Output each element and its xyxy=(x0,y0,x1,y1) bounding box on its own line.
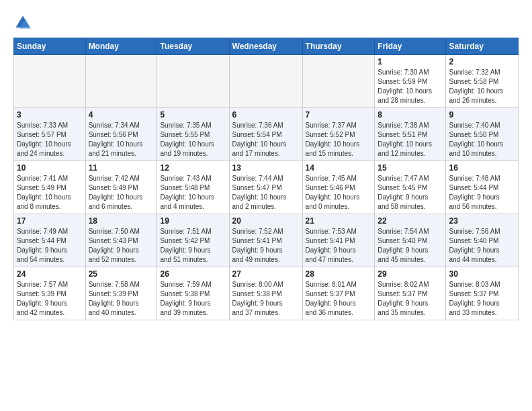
calendar-cell: 1Sunrise: 7:30 AM Sunset: 5:59 PM Daylig… xyxy=(375,55,446,108)
calendar: SundayMondayTuesdayWednesdayThursdayFrid… xyxy=(13,38,519,320)
day-info: Sunrise: 7:44 AM Sunset: 5:47 PM Dayligh… xyxy=(232,174,300,212)
day-info: Sunrise: 7:35 AM Sunset: 5:55 PM Dayligh… xyxy=(160,121,226,158)
weekday-header-sunday: Sunday xyxy=(14,38,86,55)
weekday-header-thursday: Thursday xyxy=(302,38,375,55)
day-info: Sunrise: 7:37 AM Sunset: 5:52 PM Dayligh… xyxy=(306,121,372,158)
calendar-cell: 13Sunrise: 7:44 AM Sunset: 5:47 PM Dayli… xyxy=(229,161,302,214)
day-number: 14 xyxy=(306,163,372,173)
day-info: Sunrise: 7:38 AM Sunset: 5:51 PM Dayligh… xyxy=(378,121,443,158)
day-number: 8 xyxy=(378,110,443,120)
calendar-cell: 18Sunrise: 7:50 AM Sunset: 5:43 PM Dayli… xyxy=(85,214,157,267)
calendar-cell: 10Sunrise: 7:41 AM Sunset: 5:49 PM Dayli… xyxy=(14,161,86,214)
calendar-cell: 25Sunrise: 7:58 AM Sunset: 5:39 PM Dayli… xyxy=(85,267,157,320)
day-number: 17 xyxy=(17,216,83,226)
calendar-cell: 8Sunrise: 7:38 AM Sunset: 5:51 PM Daylig… xyxy=(375,108,446,161)
day-info: Sunrise: 7:45 AM Sunset: 5:46 PM Dayligh… xyxy=(306,174,372,212)
day-info: Sunrise: 7:59 AM Sunset: 5:38 PM Dayligh… xyxy=(160,280,226,318)
day-number: 1 xyxy=(378,57,443,66)
calendar-cell: 19Sunrise: 7:51 AM Sunset: 5:42 PM Dayli… xyxy=(157,214,229,267)
day-info: Sunrise: 7:34 AM Sunset: 5:56 PM Dayligh… xyxy=(89,121,154,158)
week-row-1: 1Sunrise: 7:30 AM Sunset: 5:59 PM Daylig… xyxy=(14,55,519,108)
week-row-4: 17Sunrise: 7:49 AM Sunset: 5:44 PM Dayli… xyxy=(14,214,519,267)
day-number: 5 xyxy=(160,110,226,120)
logo xyxy=(13,13,35,32)
calendar-cell: 3Sunrise: 7:33 AM Sunset: 5:57 PM Daylig… xyxy=(14,108,86,161)
page: SundayMondayTuesdayWednesdayThursdayFrid… xyxy=(0,0,532,327)
calendar-cell: 28Sunrise: 8:01 AM Sunset: 5:37 PM Dayli… xyxy=(302,267,375,320)
day-number: 26 xyxy=(160,269,226,279)
day-info: Sunrise: 7:50 AM Sunset: 5:43 PM Dayligh… xyxy=(89,227,154,265)
day-info: Sunrise: 8:01 AM Sunset: 5:37 PM Dayligh… xyxy=(306,280,372,318)
day-info: Sunrise: 7:48 AM Sunset: 5:44 PM Dayligh… xyxy=(449,174,515,212)
day-number: 3 xyxy=(17,110,83,120)
day-number: 10 xyxy=(17,163,83,173)
day-info: Sunrise: 7:32 AM Sunset: 5:58 PM Dayligh… xyxy=(449,68,515,105)
day-info: Sunrise: 7:51 AM Sunset: 5:42 PM Dayligh… xyxy=(160,227,226,265)
calendar-cell: 16Sunrise: 7:48 AM Sunset: 5:44 PM Dayli… xyxy=(446,161,519,214)
day-number: 15 xyxy=(378,163,443,173)
weekday-header-row: SundayMondayTuesdayWednesdayThursdayFrid… xyxy=(14,38,519,55)
day-number: 22 xyxy=(378,216,443,226)
calendar-cell: 4Sunrise: 7:34 AM Sunset: 5:56 PM Daylig… xyxy=(85,108,157,161)
day-number: 2 xyxy=(449,57,515,66)
calendar-cell xyxy=(229,55,302,108)
day-number: 4 xyxy=(89,110,154,120)
day-number: 28 xyxy=(306,269,372,279)
day-number: 11 xyxy=(89,163,154,173)
calendar-cell xyxy=(302,55,375,108)
day-number: 12 xyxy=(160,163,226,173)
day-number: 6 xyxy=(232,110,300,120)
calendar-cell: 6Sunrise: 7:36 AM Sunset: 5:54 PM Daylig… xyxy=(229,108,302,161)
day-number: 25 xyxy=(89,269,154,279)
logo-icon xyxy=(13,13,32,32)
day-number: 27 xyxy=(232,269,300,279)
weekday-header-tuesday: Tuesday xyxy=(157,38,229,55)
day-number: 13 xyxy=(232,163,300,173)
calendar-cell: 17Sunrise: 7:49 AM Sunset: 5:44 PM Dayli… xyxy=(14,214,86,267)
day-number: 9 xyxy=(449,110,515,120)
calendar-cell: 21Sunrise: 7:53 AM Sunset: 5:41 PM Dayli… xyxy=(302,214,375,267)
day-info: Sunrise: 7:52 AM Sunset: 5:41 PM Dayligh… xyxy=(232,227,300,265)
calendar-cell: 24Sunrise: 7:57 AM Sunset: 5:39 PM Dayli… xyxy=(14,267,86,320)
day-info: Sunrise: 7:53 AM Sunset: 5:41 PM Dayligh… xyxy=(306,227,372,265)
calendar-cell xyxy=(14,55,86,108)
weekday-header-monday: Monday xyxy=(85,38,157,55)
day-info: Sunrise: 7:57 AM Sunset: 5:39 PM Dayligh… xyxy=(17,280,83,318)
calendar-cell: 2Sunrise: 7:32 AM Sunset: 5:58 PM Daylig… xyxy=(446,55,519,108)
week-row-5: 24Sunrise: 7:57 AM Sunset: 5:39 PM Dayli… xyxy=(14,267,519,320)
calendar-cell: 15Sunrise: 7:47 AM Sunset: 5:45 PM Dayli… xyxy=(375,161,446,214)
calendar-cell: 12Sunrise: 7:43 AM Sunset: 5:48 PM Dayli… xyxy=(157,161,229,214)
day-info: Sunrise: 7:41 AM Sunset: 5:49 PM Dayligh… xyxy=(17,174,83,212)
day-info: Sunrise: 7:54 AM Sunset: 5:40 PM Dayligh… xyxy=(378,227,443,265)
day-info: Sunrise: 8:00 AM Sunset: 5:38 PM Dayligh… xyxy=(232,280,300,318)
calendar-cell: 5Sunrise: 7:35 AM Sunset: 5:55 PM Daylig… xyxy=(157,108,229,161)
day-number: 19 xyxy=(160,216,226,226)
day-number: 18 xyxy=(89,216,154,226)
day-info: Sunrise: 8:02 AM Sunset: 5:37 PM Dayligh… xyxy=(378,280,443,318)
calendar-cell: 27Sunrise: 8:00 AM Sunset: 5:38 PM Dayli… xyxy=(229,267,302,320)
day-number: 7 xyxy=(306,110,372,120)
day-number: 20 xyxy=(232,216,300,226)
calendar-cell: 11Sunrise: 7:42 AM Sunset: 5:49 PM Dayli… xyxy=(85,161,157,214)
day-number: 24 xyxy=(17,269,83,279)
weekday-header-saturday: Saturday xyxy=(446,38,519,55)
day-number: 30 xyxy=(449,269,515,279)
day-info: Sunrise: 7:43 AM Sunset: 5:48 PM Dayligh… xyxy=(160,174,226,212)
calendar-cell: 14Sunrise: 7:45 AM Sunset: 5:46 PM Dayli… xyxy=(302,161,375,214)
day-number: 16 xyxy=(449,163,515,173)
weekday-header-friday: Friday xyxy=(375,38,446,55)
week-row-2: 3Sunrise: 7:33 AM Sunset: 5:57 PM Daylig… xyxy=(14,108,519,161)
day-number: 29 xyxy=(378,269,443,279)
weekday-header-wednesday: Wednesday xyxy=(229,38,302,55)
day-info: Sunrise: 7:42 AM Sunset: 5:49 PM Dayligh… xyxy=(89,174,154,212)
day-info: Sunrise: 7:49 AM Sunset: 5:44 PM Dayligh… xyxy=(17,227,83,265)
day-info: Sunrise: 7:56 AM Sunset: 5:40 PM Dayligh… xyxy=(449,227,515,265)
day-info: Sunrise: 7:36 AM Sunset: 5:54 PM Dayligh… xyxy=(232,121,300,158)
calendar-cell: 29Sunrise: 8:02 AM Sunset: 5:37 PM Dayli… xyxy=(375,267,446,320)
day-info: Sunrise: 8:03 AM Sunset: 5:37 PM Dayligh… xyxy=(449,280,515,318)
header xyxy=(13,11,519,32)
day-number: 21 xyxy=(306,216,372,226)
day-info: Sunrise: 7:58 AM Sunset: 5:39 PM Dayligh… xyxy=(89,280,154,318)
day-info: Sunrise: 7:40 AM Sunset: 5:50 PM Dayligh… xyxy=(449,121,515,158)
calendar-cell xyxy=(157,55,229,108)
